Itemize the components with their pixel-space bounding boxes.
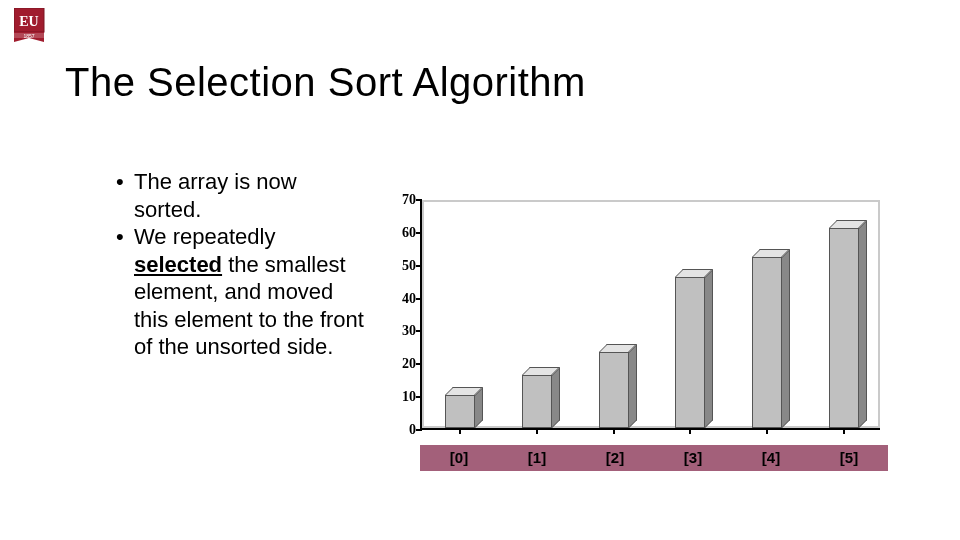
chart-y-label: 10 xyxy=(388,389,416,405)
chart-x-tick xyxy=(459,428,461,434)
chart-bar xyxy=(829,228,859,428)
chart-y-label: 60 xyxy=(388,225,416,241)
chart-y-label: 0 xyxy=(388,422,416,438)
chart-y-label: 30 xyxy=(388,323,416,339)
chart-x-label: [3] xyxy=(654,445,732,471)
chart-bar xyxy=(675,277,705,428)
chart-y-tick xyxy=(416,429,422,431)
page-title: The Selection Sort Algorithm xyxy=(65,60,586,105)
chart-y-label: 70 xyxy=(388,192,416,208)
chart-bar xyxy=(752,257,782,428)
chart-y-tick xyxy=(416,199,422,201)
chart-y-tick xyxy=(416,232,422,234)
chart-y-tick xyxy=(416,363,422,365)
chart-y-label: 20 xyxy=(388,356,416,372)
chart-y-tick xyxy=(416,330,422,332)
bullet-text: The array is now sorted. xyxy=(134,168,366,223)
logo: EU 1857 xyxy=(14,8,50,52)
chart-x-label: [5] xyxy=(810,445,888,471)
bar-chart: 010203040506070 [0][1][2][3][4][5] xyxy=(380,200,890,500)
chart-y-tick xyxy=(416,265,422,267)
bullet-list: • The array is now sorted. • We repeated… xyxy=(116,168,366,361)
bullet-dot-icon: • xyxy=(116,223,134,361)
bullet-item: • We repeatedly selected the smallest el… xyxy=(116,223,366,361)
chart-y-tick xyxy=(416,298,422,300)
chart-x-label: [2] xyxy=(576,445,654,471)
chart-x-tick xyxy=(689,428,691,434)
bullet-dot-icon: • xyxy=(116,168,134,223)
chart-y-tick xyxy=(416,396,422,398)
chart-x-label: [4] xyxy=(732,445,810,471)
chart-y-label: 40 xyxy=(388,291,416,307)
chart-x-tick xyxy=(613,428,615,434)
chart-x-tick xyxy=(536,428,538,434)
chart-x-tick xyxy=(843,428,845,434)
bullet-item: • The array is now sorted. xyxy=(116,168,366,223)
bullet-text: We repeatedly selected the smallest elem… xyxy=(134,223,366,361)
chart-bar xyxy=(445,395,475,428)
chart-x-tick xyxy=(766,428,768,434)
chart-x-axis: [0][1][2][3][4][5] xyxy=(420,445,888,471)
chart-x-label: [0] xyxy=(420,445,498,471)
chart-plot-area: 010203040506070 xyxy=(420,200,880,430)
chart-bar xyxy=(599,352,629,428)
chart-bar xyxy=(522,375,552,428)
chart-y-label: 50 xyxy=(388,258,416,274)
logo-text: EU xyxy=(19,14,38,29)
logo-year: 1857 xyxy=(23,33,34,39)
chart-x-label: [1] xyxy=(498,445,576,471)
underlined-word: selected xyxy=(134,252,222,277)
